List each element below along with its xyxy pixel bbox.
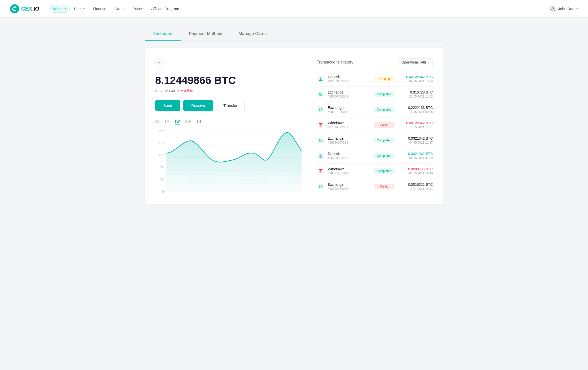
action-buttons: Send Receive Transfer — [155, 100, 302, 111]
exchange-icon — [317, 182, 325, 191]
tx-info: Exchange #56720027383 — [328, 136, 371, 144]
main-card: ← 8.12449866 BTC $ 37,020.4421 ▾ 4.5% Se… — [145, 48, 443, 204]
nav-item-finance[interactable]: Finance — [89, 5, 110, 12]
tab-payment-methods[interactable]: Payment Methods — [181, 28, 231, 41]
nav-links: Wallet ▾ Fees ▾ Finance Cards Prices Aff… — [49, 5, 549, 13]
tx-info: Deposit #36783903002 — [328, 152, 371, 160]
tx-date: 04.05.2021 12:27 — [397, 141, 433, 144]
tx-info: Exchange #98287100012 — [328, 106, 371, 114]
tx-date: 02.05.2021 19:49 — [397, 172, 433, 175]
tx-amount: 0.0018321 BTC 13.04.2021 15:31 — [397, 182, 433, 191]
status-badge: Completed — [374, 168, 394, 174]
nav-item-fees[interactable]: Fees ▾ — [71, 5, 88, 12]
back-button[interactable]: ← — [155, 58, 164, 67]
svg-point-1 — [552, 7, 553, 9]
nav-item-wallet[interactable]: Wallet ▾ — [49, 5, 70, 13]
tx-amount: 0.0008755 BTC 02.05.2021 19:49 — [397, 167, 433, 175]
tab-dashboard[interactable]: Dashboard — [145, 28, 181, 41]
table-row[interactable]: Exchange #35699772003 Completed 0.016728… — [317, 87, 433, 102]
right-panel: Transactions History Operations (All) ▾ … — [317, 58, 433, 194]
nav-item-prices[interactable]: Prices — [129, 5, 147, 12]
tx-amount: 0.016728 BTC 21.05.2021 11:02 — [397, 90, 433, 98]
deposit-icon — [317, 75, 325, 83]
table-row[interactable]: Withdrawal #27894792003 Failed 0.0012234… — [317, 117, 433, 133]
tx-info: Exchange #35699772003 — [328, 90, 371, 98]
nav-item-cards[interactable]: Cards — [111, 5, 128, 12]
chart-y-axis: $20k $15k $10k $5k $1k $0 — [155, 129, 166, 194]
tx-date: 16.15.2021 09:16 — [397, 110, 433, 114]
tx-amount: 0.0321342 BTC 04.05.2021 12:27 — [397, 136, 433, 144]
tx-type: Withdrawal — [328, 167, 371, 171]
tx-type: Withdrawal — [328, 121, 371, 125]
tx-type: Exchange — [328, 106, 371, 110]
withdrawal-icon — [317, 121, 325, 129]
tx-id: #12632469039 — [328, 79, 371, 83]
tx-date: 04.05.2021 07:34 — [397, 156, 433, 160]
tx-date: 12.05.2021 17:51 — [397, 126, 433, 129]
user-avatar-icon — [549, 5, 556, 12]
table-row[interactable]: Deposit #36783903002 Completed 0.0321342… — [317, 148, 433, 164]
tx-date: 04.06.2021 13:24 — [397, 79, 433, 83]
left-panel: ← 8.12449866 BTC $ 37,020.4421 ▾ 4.5% Se… — [155, 58, 302, 194]
wallet-chevron-icon: ▾ — [65, 7, 66, 10]
receive-button[interactable]: Receive — [183, 100, 213, 111]
tx-info: Exchange #12632469039 — [328, 182, 371, 191]
operations-filter[interactable]: Operations (All) ▾ — [398, 58, 433, 66]
user-name: John Doe — [558, 7, 574, 11]
tx-amount-value: 0.00122342 BTC — [397, 75, 433, 79]
tx-amount-value: 0.0018321 BTC — [397, 182, 433, 187]
time-btn-1y[interactable]: 1Y — [155, 119, 159, 125]
tx-amount-value: 0.0008755 BTC — [397, 167, 433, 171]
tx-id: #98287100012 — [328, 110, 371, 114]
tx-id: #35699772003 — [328, 95, 371, 98]
tx-amount: 0.00122342 BTC 04.06.2021 13:24 — [397, 75, 433, 83]
status-badge: Failed — [374, 184, 394, 189]
time-btn-24h[interactable]: 24H — [185, 119, 192, 125]
tx-amount-value: 0.016728 BTC — [397, 90, 433, 94]
transfer-button[interactable]: Transfer — [216, 100, 245, 111]
exchange-icon — [317, 136, 325, 144]
table-row[interactable]: Withdrawal #28471901012 Completed 0.0008… — [317, 164, 433, 179]
table-row[interactable]: Exchange #12632469039 Failed 0.0018321 B… — [317, 179, 433, 194]
svg-point-0 — [10, 4, 19, 13]
table-row[interactable]: Exchange #56720027383 Completed 0.032134… — [317, 133, 433, 148]
tx-amount-value: 0.00122342 BTC — [397, 121, 433, 125]
tx-id: #27894792003 — [328, 126, 371, 129]
tx-amount: 0.0321342 BTC 04.05.2021 07:34 — [397, 152, 433, 160]
balance-change: ▾ 4.5% — [181, 88, 193, 93]
time-btn-1w[interactable]: 1W — [175, 119, 180, 125]
status-badge: Pending — [374, 76, 394, 82]
nav-item-affiliate[interactable]: Affiliate Program — [148, 5, 183, 12]
user-menu[interactable]: John Doe ▾ — [549, 5, 578, 12]
tx-amount-value: 0.0321342 BTC — [397, 136, 433, 140]
tx-info: Withdrawal #28471901012 — [328, 167, 371, 175]
withdrawal-icon — [317, 167, 325, 175]
status-badge: Completed — [374, 107, 394, 112]
page-container: Dashboard Payment Methods Manage Cards ←… — [130, 18, 458, 214]
table-row[interactable]: Exchange #98287100012 Completed 0.222213… — [317, 102, 433, 117]
time-btn-1h[interactable]: 1H — [196, 119, 201, 125]
logo[interactable]: CEX.IO — [10, 4, 39, 13]
tx-date: 21.05.2021 11:02 — [397, 95, 433, 98]
status-badge: Completed — [374, 138, 394, 143]
status-badge: Completed — [374, 91, 394, 97]
tab-manage-cards[interactable]: Manage Cards — [231, 28, 274, 41]
tx-info: Deposit #12632469039 — [328, 75, 371, 83]
send-button[interactable]: Send — [155, 100, 180, 111]
tx-type: Deposit — [328, 75, 371, 79]
tx-id: #56720027383 — [328, 141, 371, 144]
tab-bar: Dashboard Payment Methods Manage Cards — [145, 28, 443, 41]
tx-info: Withdrawal #27894792003 — [328, 121, 371, 129]
time-selector-bar: 1Y 1M 1W 24H 1H — [155, 119, 302, 125]
table-row[interactable]: Deposit #12632469039 Pending 0.00122342 … — [317, 71, 433, 87]
price-chart: $20k $15k $10k $5k $1k $0 — [155, 129, 302, 194]
time-btn-1m[interactable]: 1M — [165, 119, 169, 125]
tx-amount: 0.2222133 BTC 16.15.2021 09:16 — [397, 106, 433, 114]
navbar: CEX.IO Wallet ▾ Fees ▾ Finance Cards Pri… — [0, 0, 588, 18]
deposit-icon — [317, 152, 325, 160]
transactions-list: Deposit #12632469039 Pending 0.00122342 … — [317, 71, 433, 194]
tx-id: #28471901012 — [328, 172, 371, 175]
balance-btc: 8.12449866 BTC — [155, 74, 302, 86]
tx-type: Exchange — [328, 136, 371, 140]
person-icon — [551, 7, 555, 11]
